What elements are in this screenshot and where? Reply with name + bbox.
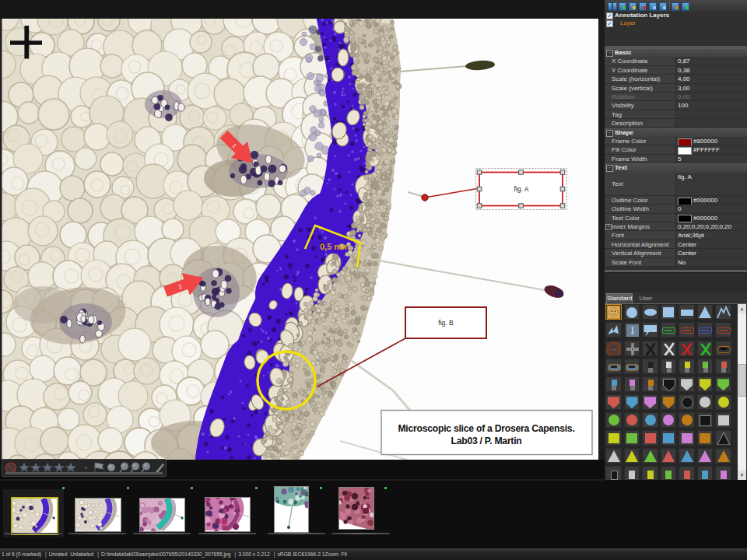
svg-text:0,5 mm: 0,5 mm [320,242,349,251]
svg-text:Microscopic slice of a Drosera: Microscopic slice of a Drosera Capensis. [398,423,574,434]
svg-text:WISH: WISH [611,348,618,351]
svg-text:fig. A: fig. A [514,185,529,193]
svg-text:Lab03 / P. Martin: Lab03 / P. Martin [451,436,521,446]
svg-text:fig. B: fig. B [438,319,454,327]
